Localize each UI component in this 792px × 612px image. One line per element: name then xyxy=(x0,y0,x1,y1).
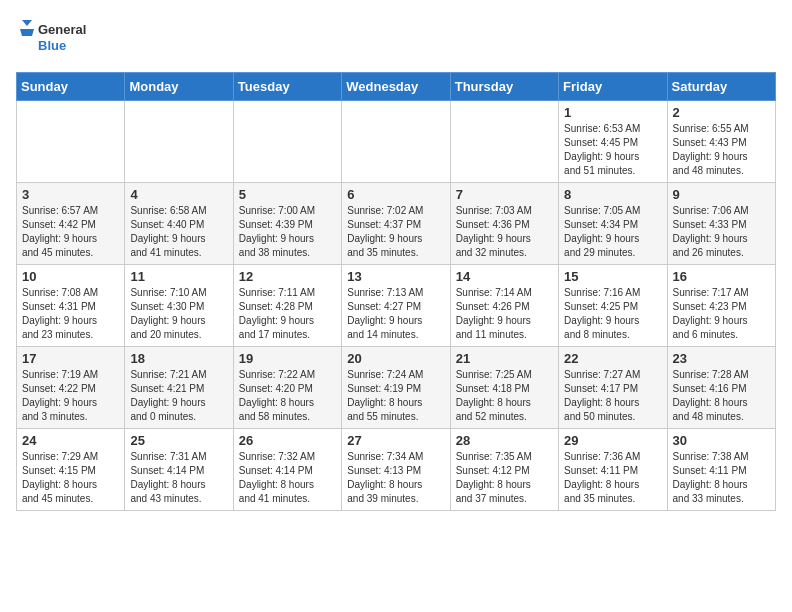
day-info: Sunrise: 7:22 AM Sunset: 4:20 PM Dayligh… xyxy=(239,368,336,424)
day-number: 27 xyxy=(347,433,444,448)
day-number: 16 xyxy=(673,269,770,284)
calendar-week-row: 17Sunrise: 7:19 AM Sunset: 4:22 PM Dayli… xyxy=(17,347,776,429)
day-info: Sunrise: 7:14 AM Sunset: 4:26 PM Dayligh… xyxy=(456,286,553,342)
day-info: Sunrise: 7:32 AM Sunset: 4:14 PM Dayligh… xyxy=(239,450,336,506)
calendar-cell: 6Sunrise: 7:02 AM Sunset: 4:37 PM Daylig… xyxy=(342,183,450,265)
calendar-cell: 1Sunrise: 6:53 AM Sunset: 4:45 PM Daylig… xyxy=(559,101,667,183)
day-info: Sunrise: 6:57 AM Sunset: 4:42 PM Dayligh… xyxy=(22,204,119,260)
calendar-cell: 24Sunrise: 7:29 AM Sunset: 4:15 PM Dayli… xyxy=(17,429,125,511)
calendar-header-row: SundayMondayTuesdayWednesdayThursdayFrid… xyxy=(17,73,776,101)
day-info: Sunrise: 7:31 AM Sunset: 4:14 PM Dayligh… xyxy=(130,450,227,506)
calendar-cell xyxy=(450,101,558,183)
day-number: 25 xyxy=(130,433,227,448)
day-number: 13 xyxy=(347,269,444,284)
day-info: Sunrise: 7:27 AM Sunset: 4:17 PM Dayligh… xyxy=(564,368,661,424)
day-info: Sunrise: 7:29 AM Sunset: 4:15 PM Dayligh… xyxy=(22,450,119,506)
day-number: 5 xyxy=(239,187,336,202)
day-info: Sunrise: 7:06 AM Sunset: 4:33 PM Dayligh… xyxy=(673,204,770,260)
calendar-cell: 18Sunrise: 7:21 AM Sunset: 4:21 PM Dayli… xyxy=(125,347,233,429)
day-info: Sunrise: 7:13 AM Sunset: 4:27 PM Dayligh… xyxy=(347,286,444,342)
calendar-week-row: 1Sunrise: 6:53 AM Sunset: 4:45 PM Daylig… xyxy=(17,101,776,183)
calendar-cell: 13Sunrise: 7:13 AM Sunset: 4:27 PM Dayli… xyxy=(342,265,450,347)
day-number: 10 xyxy=(22,269,119,284)
calendar-cell: 17Sunrise: 7:19 AM Sunset: 4:22 PM Dayli… xyxy=(17,347,125,429)
day-number: 2 xyxy=(673,105,770,120)
day-number: 19 xyxy=(239,351,336,366)
svg-marker-2 xyxy=(22,20,32,26)
calendar-cell xyxy=(233,101,341,183)
day-info: Sunrise: 7:35 AM Sunset: 4:12 PM Dayligh… xyxy=(456,450,553,506)
day-info: Sunrise: 7:11 AM Sunset: 4:28 PM Dayligh… xyxy=(239,286,336,342)
calendar-body: 1Sunrise: 6:53 AM Sunset: 4:45 PM Daylig… xyxy=(17,101,776,511)
calendar-cell: 21Sunrise: 7:25 AM Sunset: 4:18 PM Dayli… xyxy=(450,347,558,429)
day-number: 14 xyxy=(456,269,553,284)
day-info: Sunrise: 6:55 AM Sunset: 4:43 PM Dayligh… xyxy=(673,122,770,178)
day-info: Sunrise: 7:08 AM Sunset: 4:31 PM Dayligh… xyxy=(22,286,119,342)
day-info: Sunrise: 7:10 AM Sunset: 4:30 PM Dayligh… xyxy=(130,286,227,342)
logo-svg: General Blue xyxy=(16,16,96,60)
calendar-cell: 22Sunrise: 7:27 AM Sunset: 4:17 PM Dayli… xyxy=(559,347,667,429)
day-number: 18 xyxy=(130,351,227,366)
day-number: 28 xyxy=(456,433,553,448)
calendar-cell: 25Sunrise: 7:31 AM Sunset: 4:14 PM Dayli… xyxy=(125,429,233,511)
calendar-cell: 15Sunrise: 7:16 AM Sunset: 4:25 PM Dayli… xyxy=(559,265,667,347)
calendar-cell xyxy=(342,101,450,183)
day-info: Sunrise: 7:28 AM Sunset: 4:16 PM Dayligh… xyxy=(673,368,770,424)
weekday-header-friday: Friday xyxy=(559,73,667,101)
day-info: Sunrise: 7:02 AM Sunset: 4:37 PM Dayligh… xyxy=(347,204,444,260)
calendar-cell: 7Sunrise: 7:03 AM Sunset: 4:36 PM Daylig… xyxy=(450,183,558,265)
day-number: 6 xyxy=(347,187,444,202)
calendar-cell: 8Sunrise: 7:05 AM Sunset: 4:34 PM Daylig… xyxy=(559,183,667,265)
day-number: 22 xyxy=(564,351,661,366)
svg-text:General: General xyxy=(38,22,86,37)
day-number: 8 xyxy=(564,187,661,202)
calendar-cell: 19Sunrise: 7:22 AM Sunset: 4:20 PM Dayli… xyxy=(233,347,341,429)
calendar-week-row: 24Sunrise: 7:29 AM Sunset: 4:15 PM Dayli… xyxy=(17,429,776,511)
day-number: 11 xyxy=(130,269,227,284)
calendar-cell: 9Sunrise: 7:06 AM Sunset: 4:33 PM Daylig… xyxy=(667,183,775,265)
weekday-header-saturday: Saturday xyxy=(667,73,775,101)
day-number: 9 xyxy=(673,187,770,202)
header: General Blue xyxy=(16,16,776,60)
calendar-cell: 27Sunrise: 7:34 AM Sunset: 4:13 PM Dayli… xyxy=(342,429,450,511)
weekday-header-tuesday: Tuesday xyxy=(233,73,341,101)
calendar-cell: 26Sunrise: 7:32 AM Sunset: 4:14 PM Dayli… xyxy=(233,429,341,511)
day-info: Sunrise: 7:17 AM Sunset: 4:23 PM Dayligh… xyxy=(673,286,770,342)
day-info: Sunrise: 7:25 AM Sunset: 4:18 PM Dayligh… xyxy=(456,368,553,424)
weekday-header-monday: Monday xyxy=(125,73,233,101)
day-info: Sunrise: 6:58 AM Sunset: 4:40 PM Dayligh… xyxy=(130,204,227,260)
day-info: Sunrise: 7:24 AM Sunset: 4:19 PM Dayligh… xyxy=(347,368,444,424)
calendar-table: SundayMondayTuesdayWednesdayThursdayFrid… xyxy=(16,72,776,511)
calendar-cell: 30Sunrise: 7:38 AM Sunset: 4:11 PM Dayli… xyxy=(667,429,775,511)
calendar-cell: 5Sunrise: 7:00 AM Sunset: 4:39 PM Daylig… xyxy=(233,183,341,265)
day-number: 7 xyxy=(456,187,553,202)
day-number: 12 xyxy=(239,269,336,284)
weekday-header-thursday: Thursday xyxy=(450,73,558,101)
calendar-cell: 10Sunrise: 7:08 AM Sunset: 4:31 PM Dayli… xyxy=(17,265,125,347)
day-number: 24 xyxy=(22,433,119,448)
svg-marker-3 xyxy=(20,29,34,36)
calendar-cell: 29Sunrise: 7:36 AM Sunset: 4:11 PM Dayli… xyxy=(559,429,667,511)
day-number: 20 xyxy=(347,351,444,366)
day-info: Sunrise: 7:36 AM Sunset: 4:11 PM Dayligh… xyxy=(564,450,661,506)
day-number: 30 xyxy=(673,433,770,448)
calendar-cell xyxy=(125,101,233,183)
weekday-header-wednesday: Wednesday xyxy=(342,73,450,101)
logo: General Blue xyxy=(16,16,96,60)
weekday-header-sunday: Sunday xyxy=(17,73,125,101)
calendar-cell: 23Sunrise: 7:28 AM Sunset: 4:16 PM Dayli… xyxy=(667,347,775,429)
calendar-cell xyxy=(17,101,125,183)
calendar-cell: 20Sunrise: 7:24 AM Sunset: 4:19 PM Dayli… xyxy=(342,347,450,429)
calendar-cell: 3Sunrise: 6:57 AM Sunset: 4:42 PM Daylig… xyxy=(17,183,125,265)
day-number: 1 xyxy=(564,105,661,120)
day-number: 3 xyxy=(22,187,119,202)
day-number: 4 xyxy=(130,187,227,202)
day-info: Sunrise: 7:03 AM Sunset: 4:36 PM Dayligh… xyxy=(456,204,553,260)
day-info: Sunrise: 6:53 AM Sunset: 4:45 PM Dayligh… xyxy=(564,122,661,178)
day-info: Sunrise: 7:16 AM Sunset: 4:25 PM Dayligh… xyxy=(564,286,661,342)
day-number: 17 xyxy=(22,351,119,366)
day-number: 29 xyxy=(564,433,661,448)
calendar-cell: 12Sunrise: 7:11 AM Sunset: 4:28 PM Dayli… xyxy=(233,265,341,347)
calendar-cell: 14Sunrise: 7:14 AM Sunset: 4:26 PM Dayli… xyxy=(450,265,558,347)
day-info: Sunrise: 7:00 AM Sunset: 4:39 PM Dayligh… xyxy=(239,204,336,260)
